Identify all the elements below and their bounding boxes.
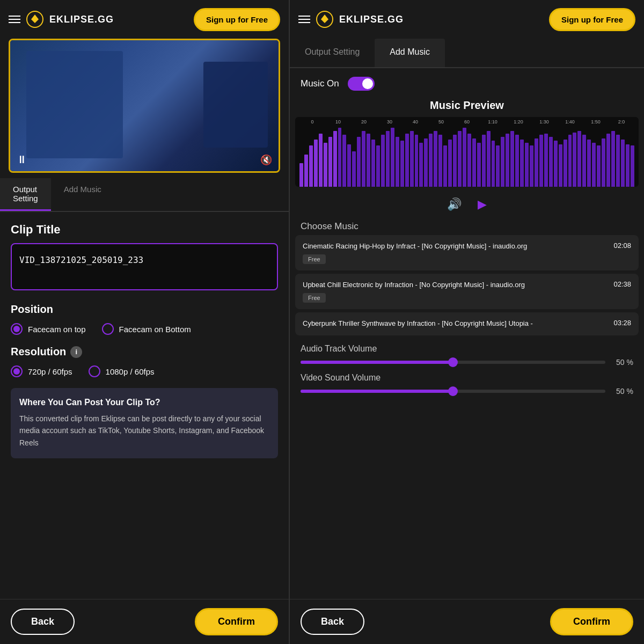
music-preview-title: Music Preview [290,99,644,112]
video-background [10,40,279,171]
video-sound-fill [301,390,453,393]
music-list-item[interactable]: Upbeat Chill Electronic by Infraction - … [295,274,639,309]
right-confirm-button[interactable]: Confirm [550,608,633,635]
tab-add-music-left[interactable]: Add Music [51,178,114,211]
post-info-box: Where You Can Post Your Clip To? This co… [11,388,278,458]
right-tab-output-setting[interactable]: Output Setting [290,39,375,67]
ruler-mark: 10 [325,119,351,125]
music-list-item[interactable]: Cyberpunk Thriller Synthwave by Infracti… [295,312,639,335]
video-shape-1 [26,51,123,158]
waveform-bar [371,140,375,187]
audio-track-thumb[interactable] [448,357,458,367]
right-hamburger-menu[interactable] [298,16,310,23]
1080p-option[interactable]: 1080p / 60fps [89,365,155,377]
volume-section: Audio Track Volume 50 % Video Sound Volu… [290,339,644,407]
facecam-bottom-radio[interactable] [102,323,114,335]
resolution-info-icon[interactable]: i [70,346,82,358]
ruler-mark: 20 [351,119,377,125]
waveform-bar [539,135,543,187]
waveform-bar [453,135,457,187]
ruler-mark: 2:0 [609,119,634,125]
waveform-bar [415,135,419,187]
waveform-bar [496,145,500,187]
720p-dot [13,368,20,375]
right-logo-text: EKLIPSE.GG [339,14,404,25]
facecam-top-option[interactable]: Facecam on top [11,323,86,335]
music-on-toggle[interactable] [348,77,375,91]
right-tabs: Output Setting Add Music [290,39,644,68]
left-tabs: Output Setting Add Music [0,178,289,212]
waveform-bar [443,145,447,187]
waveform-bar [525,143,529,187]
left-header: EKLIPSE.GG Sign up for Free [0,0,289,39]
waveform-bar [492,141,495,187]
svg-point-1 [33,17,37,21]
waveform-bar [510,131,514,187]
audio-track-slider[interactable] [301,361,605,364]
waveform-bar [381,135,385,187]
facecam-top-radio[interactable] [11,323,23,335]
waveform-bar [299,163,303,187]
waveform-bar [573,133,576,187]
right-panel: EKLIPSE.GG Sign up for Free Output Setti… [290,0,644,644]
left-signup-button[interactable]: Sign up for Free [194,8,280,31]
ruler-mark: 30 [377,119,402,125]
play-button[interactable]: ▶ [478,197,487,211]
ruler-mark: 60 [454,119,480,125]
waveform-bar [419,143,423,187]
waveform-bar [429,134,433,187]
info-box-title: Where You Can Post Your Clip To? [19,398,269,407]
waveform-bar [621,140,625,187]
info-box-text: This converted clip from Eklipse can be … [19,413,269,449]
clip-title-label: Clip Title [11,223,278,237]
video-sound-label: Video Sound Volume [301,373,633,383]
ruler-mark: 1:50 [583,119,609,125]
left-confirm-button[interactable]: Confirm [195,608,278,635]
right-scroll-area: Music On Music Preview 01020304050601:10… [290,68,644,599]
waveform-bar [487,131,491,187]
waveform-bar [592,143,596,187]
720p-option[interactable]: 720p / 60fps [11,365,72,377]
waveform-bar [314,140,318,187]
facecam-bottom-option[interactable]: Facecam on Bottom [102,323,191,335]
waveform-ruler: 01020304050601:101:201:301:401:502:0 [295,119,639,125]
volume-icon[interactable]: 🔊 [447,197,462,211]
waveform-bar [338,128,342,187]
audio-track-volume-row: 50 % [301,358,633,367]
right-tab-add-music[interactable]: Add Music [375,39,445,67]
tab-output-setting[interactable]: Output Setting [0,178,51,211]
waveform-bar [477,143,481,187]
waveform-bar [391,128,394,187]
pause-button[interactable]: ⏸ [17,153,27,166]
logo-icon [26,10,44,28]
facecam-top-label: Facecam on top [28,325,86,334]
ruler-mark: 50 [428,119,454,125]
ruler-mark: 40 [402,119,428,125]
waveform-bar [616,135,620,187]
video-sound-volume-row: 50 % [301,387,633,396]
music-list: Cinematic Racing Hip-Hop by Infract - [N… [295,235,639,339]
mute-button[interactable]: 🔇 [260,154,272,166]
waveform-bar [530,145,533,187]
waveform-bar [357,137,361,187]
right-bottom-bar: Back Confirm [290,599,644,644]
clip-title-input[interactable]: VID_138721025_205019_233 [11,243,278,290]
position-label: Position [11,303,278,316]
video-sound-thumb[interactable] [448,386,458,396]
right-back-button[interactable]: Back [301,609,364,635]
hamburger-menu[interactable] [9,16,20,23]
video-sound-slider[interactable] [301,390,605,393]
music-item-top: Upbeat Chill Electronic by Infraction - … [303,280,631,290]
right-logo-icon [316,10,334,28]
music-list-item[interactable]: Cinematic Racing Hip-Hop by Infract - [N… [295,235,639,270]
left-back-button[interactable]: Back [11,609,75,635]
right-signup-button[interactable]: Sign up for Free [549,8,635,31]
waveform-bar [602,138,605,187]
waveform-bar [515,135,519,187]
720p-radio[interactable] [11,365,23,377]
waveform-bar [386,131,390,187]
svg-point-3 [323,17,327,21]
audio-track-pct: 50 % [612,358,633,367]
1080p-radio[interactable] [89,365,100,377]
720p-label: 720p / 60fps [28,367,72,376]
